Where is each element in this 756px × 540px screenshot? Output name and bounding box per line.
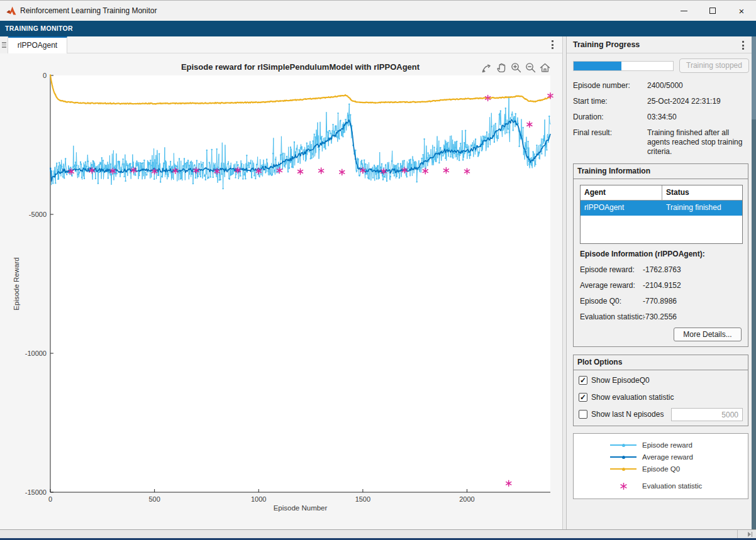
svg-text:Episode Reward: Episode Reward: [13, 257, 20, 310]
svg-text:1500: 1500: [355, 495, 370, 503]
svg-text:Episode reward for rlSimplePen: Episode reward for rlSimplePendulumModel…: [181, 62, 420, 72]
status-column-header[interactable]: Status: [662, 185, 742, 200]
close-icon: ×: [739, 6, 745, 16]
right-edge-scroll-strip[interactable]: [752, 36, 756, 529]
chart-legend: Episode reward Average reward Episode Q0…: [573, 433, 748, 499]
matlab-logo-icon: [6, 6, 16, 16]
svg-text:Episode Number: Episode Number: [274, 504, 328, 512]
zoom-out-icon[interactable]: [524, 61, 536, 74]
window-title: Reinforcement Learning Training Monitor: [20, 1, 157, 21]
legend-item-episode-reward: Episode reward: [610, 440, 692, 450]
plot-options-group: Plot Options ✓ Show EpisodeQ0 ✓ Show eva…: [573, 355, 748, 426]
evaluation-statistic-asterisk-swatch: [610, 482, 636, 490]
app-window: Reinforcement Learning Training Monitor …: [0, 0, 756, 540]
panel-actions-menu-icon[interactable]: [737, 39, 749, 52]
maximize-button[interactable]: [698, 1, 727, 21]
svg-text:-5000: -5000: [29, 211, 47, 218]
evaluation-statistic-value: -730.2556: [643, 312, 677, 321]
svg-text:0: 0: [43, 72, 47, 79]
status-bar: [0, 529, 756, 538]
svg-text:0: 0: [48, 495, 52, 503]
episode-reward-line-swatch: [610, 444, 636, 446]
episode-number-label: Episode number:: [573, 81, 630, 90]
average-reward-label: Average reward:: [580, 281, 635, 290]
final-result-label: Final result:: [573, 128, 612, 137]
agent-status-table: Agent Status rlPPOAgent Training finishe…: [580, 185, 743, 244]
table-header-row: Agent Status: [581, 185, 742, 201]
pan-icon[interactable]: [495, 61, 508, 74]
show-last-n-episodes-checkbox[interactable]: [579, 410, 587, 419]
figure-area: 05001000150020000-5000-10000-15000Episod…: [0, 53, 562, 529]
more-details-button[interactable]: More Details...: [674, 328, 742, 341]
zoom-in-icon[interactable]: [509, 61, 522, 74]
episode-q0-line-swatch: [610, 468, 636, 470]
average-reward-line-swatch: [610, 456, 636, 458]
training-progress-bar: [573, 61, 674, 71]
training-information-group: Training Information Agent Status rlPPOA…: [573, 163, 748, 347]
table-row-rlppoagent[interactable]: rlPPOAgent Training finished: [581, 201, 742, 216]
pane-splitter[interactable]: [562, 36, 567, 529]
tab-rlppoagent[interactable]: rlPPOAgent: [8, 36, 67, 53]
show-episodeq0-option[interactable]: ✓ Show EpisodeQ0: [579, 375, 650, 385]
start-time-value: 25-Oct-2024 22:31:19: [647, 97, 721, 106]
svg-text:-10000: -10000: [25, 350, 47, 357]
show-episodeq0-label: Show EpisodeQ0: [591, 376, 650, 385]
status-cell: Training finished: [662, 201, 742, 216]
start-time-label: Start time:: [573, 97, 608, 106]
axes-toolbar: [481, 61, 551, 74]
maximize-icon: [709, 8, 716, 14]
show-last-n-episodes-option[interactable]: Show last N episodes: [579, 409, 664, 419]
episode-number-value: 2400/5000: [647, 81, 683, 90]
plot-options-title: Plot Options: [577, 358, 622, 366]
legend-label: Average reward: [642, 453, 693, 461]
divider: [737, 530, 738, 539]
home-restore-view-icon[interactable]: [538, 61, 551, 74]
svg-text:500: 500: [148, 495, 160, 503]
svg-text:-15000: -15000: [25, 488, 47, 496]
toolstrip-ribbon: TRAINING MONITOR: [0, 21, 756, 36]
scroll-thumb[interactable]: [752, 36, 756, 119]
legend-item-episode-q0: Episode Q0: [610, 464, 680, 474]
show-evaluation-statistic-option[interactable]: ✓ Show evaluation statistic: [579, 392, 674, 402]
episode-reward-label: Episode reward:: [580, 265, 635, 274]
tab-actions-menu-icon[interactable]: [546, 38, 559, 51]
progress-fill: [574, 62, 621, 70]
legend-label: Episode reward: [642, 441, 692, 449]
final-result-value: Training finished after all agents reach…: [647, 128, 751, 157]
episode-q0-label: Episode Q0:: [580, 297, 621, 306]
show-last-n-episodes-label: Show last N episodes: [591, 410, 664, 419]
average-reward-value: -2104.9152: [643, 281, 681, 290]
show-episodeq0-checkbox[interactable]: ✓: [579, 376, 587, 385]
divider: [574, 179, 748, 179]
reward-chart[interactable]: 05001000150020000-5000-10000-15000Episod…: [0, 53, 562, 529]
minimize-icon: [681, 11, 687, 11]
legend-item-evaluation-statistic: Evaluation statistic: [610, 481, 702, 491]
show-evaluation-statistic-checkbox[interactable]: ✓: [579, 393, 587, 402]
legend-label: Episode Q0: [642, 465, 680, 473]
agent-column-header[interactable]: Agent: [581, 185, 662, 200]
svg-text:1000: 1000: [251, 495, 266, 503]
svg-text:2000: 2000: [459, 495, 474, 503]
legend-item-average-reward: Average reward: [610, 452, 693, 462]
last-n-episodes-input[interactable]: [671, 408, 743, 421]
tab-grip-handle[interactable]: [0, 36, 8, 53]
divider: [574, 370, 748, 370]
legend-label: Evaluation statistic: [642, 482, 702, 490]
episode-reward-value: -1762.8763: [643, 265, 681, 274]
title-bar: Reinforcement Learning Training Monitor …: [0, 1, 756, 21]
panel-title: Training Progress: [573, 36, 640, 53]
episode-q0-value: -770.8986: [643, 297, 677, 306]
duration-value: 03:34:50: [647, 113, 677, 121]
show-evaluation-statistic-label: Show evaluation statistic: [591, 393, 674, 402]
export-icon[interactable]: [481, 61, 493, 74]
duration-label: Duration:: [573, 113, 604, 121]
training-stopped-button[interactable]: Training stopped: [679, 58, 749, 73]
agent-cell: rlPPOAgent: [581, 201, 662, 216]
close-button[interactable]: ×: [727, 1, 756, 21]
expand-panel-icon[interactable]: [748, 532, 753, 537]
minimize-button[interactable]: [669, 1, 698, 21]
ribbon-tab-training-monitor[interactable]: TRAINING MONITOR: [5, 21, 73, 36]
evaluation-statistic-label: Evaluation statistic:: [580, 312, 645, 321]
panel-header: Training Progress: [567, 36, 752, 53]
document-tab-bar: rlPPOAgent: [0, 36, 562, 53]
